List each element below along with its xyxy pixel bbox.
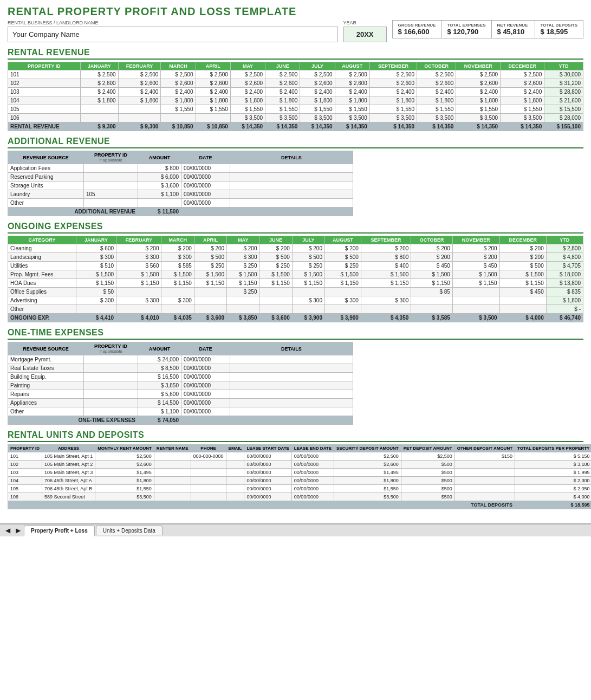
table-row: $ 1,150	[292, 279, 324, 288]
table-row: $ 2,600	[265, 79, 300, 88]
ru-col-email: EMAIL	[226, 445, 244, 452]
company-name-box[interactable]: Your Company Name	[8, 27, 338, 42]
table-row: $ 2,500	[230, 70, 265, 79]
table-row: 106	[8, 493, 42, 501]
table-row: 00/00/0000	[181, 173, 230, 182]
table-row: $ 2,400	[501, 88, 544, 96]
rental-units-table: PROPERTY ID ADDRESS MONTHLY RENT AMOUNT …	[8, 444, 591, 509]
table-row: $ 1,800	[118, 96, 161, 105]
nav-prev-arrow[interactable]: ◀	[3, 527, 12, 534]
ru-col-propid: PROPERTY ID	[8, 445, 42, 452]
table-row	[227, 296, 259, 305]
table-row: $ 200	[116, 244, 161, 253]
tab-0[interactable]: Property Profit + Loss	[24, 526, 95, 536]
table-row: Real Estate Taxes	[8, 364, 84, 373]
table-row: $ 1,800	[417, 96, 456, 105]
table-row: 00/00/0000	[244, 452, 291, 461]
table-row: 00/00/0000	[291, 461, 334, 469]
table-row	[194, 305, 226, 314]
table-row: 103	[8, 469, 42, 477]
table-row: $ 300	[361, 296, 411, 305]
table-row: $ 2,600	[118, 79, 161, 88]
table-row	[230, 164, 353, 173]
rr-col-feb: FEBRUARY	[118, 62, 161, 70]
table-row: $ 1,800	[501, 96, 544, 105]
table-row: $ 1,150	[259, 279, 292, 288]
table-row	[499, 296, 546, 305]
table-row: $ 1,100	[138, 407, 181, 416]
table-row: 00/00/0000	[181, 390, 230, 399]
table-row: $ 1,550	[300, 105, 335, 114]
table-row	[154, 461, 191, 469]
tab-1[interactable]: Units + Deposits Data	[96, 526, 163, 535]
table-row	[118, 114, 161, 122]
table-row	[230, 190, 353, 199]
table-row: $2,600	[334, 461, 401, 469]
rental-revenue-total: $ 14,350	[230, 122, 265, 131]
table-row: $ 2,600	[456, 79, 501, 88]
table-row: $ 3,500	[417, 114, 456, 122]
rr-col-nov: NOVEMBER	[456, 62, 501, 70]
rr-col-property: PROPERTY ID	[8, 62, 81, 70]
table-row: $ 4,000	[515, 493, 591, 501]
table-row: $500	[401, 485, 454, 493]
table-row: Reserved Parking	[8, 173, 84, 182]
table-row: $ 2,500	[118, 70, 161, 79]
table-row: 00/00/0000	[181, 399, 230, 407]
rental-units-title: RENTAL UNITS AND DEPOSITS	[8, 430, 583, 442]
table-row: $ 2,500	[501, 70, 544, 79]
table-row: $ 450	[452, 262, 499, 270]
table-row: 00/00/0000	[181, 164, 230, 173]
ongoing-expenses-total: $ 3,850	[227, 314, 259, 322]
rental-revenue-total: $ 14,350	[456, 122, 501, 131]
table-row	[191, 469, 226, 477]
table-row	[191, 493, 226, 501]
year-box[interactable]: 20XX	[343, 27, 387, 42]
table-row: $ 8,500	[138, 364, 181, 373]
rr-col-apr: APRIL	[196, 62, 230, 70]
ot-col-amount: AMOUNT	[138, 342, 181, 355]
table-row	[454, 477, 515, 485]
table-row: $ 2,600	[335, 79, 369, 88]
oe-col-oct: OCTOBER	[411, 236, 453, 244]
oe-col-apr: APRIL	[194, 236, 226, 244]
table-row: Storage Units	[8, 182, 84, 190]
table-row	[259, 305, 292, 314]
table-row: 706 45th Street, Apt B	[42, 485, 95, 493]
table-row	[161, 288, 194, 296]
table-row: 00/00/0000	[181, 373, 230, 381]
table-row: $ 3,500	[335, 114, 369, 122]
table-row: $ 1,500	[259, 270, 292, 279]
table-row: $ 500	[499, 262, 546, 270]
table-row: $ 18,000	[546, 270, 583, 279]
table-row: $ 400	[361, 262, 411, 270]
table-row: $ 200	[161, 244, 194, 253]
one-time-expenses-table: REVENUE SOURCE PROPERTY IDif applicable …	[8, 342, 353, 425]
table-row	[154, 469, 191, 477]
table-row: $ 1,800	[456, 96, 501, 105]
table-row: $1,550	[334, 485, 401, 493]
table-row	[154, 452, 191, 461]
table-row	[230, 390, 353, 399]
table-row: $ 300	[227, 253, 259, 262]
table-row: $ 300	[76, 296, 116, 305]
table-row: $ 2,500	[369, 70, 417, 79]
table-row: $ 1,150	[76, 279, 116, 288]
table-row	[191, 461, 226, 469]
table-row: $ 200	[194, 244, 226, 253]
net-revenue-value: $ 45,810	[497, 28, 529, 36]
table-row: $ 31,200	[544, 79, 583, 88]
additional-revenue-total-label: ADDITIONAL REVENUE	[8, 208, 138, 216]
table-row: $ 200	[452, 253, 499, 262]
table-row: $ 4,705	[546, 262, 583, 270]
table-row: $ 28,800	[544, 88, 583, 96]
table-row: 00/00/0000	[244, 469, 291, 477]
table-row: 105 Main Street, Apt 1	[42, 452, 95, 461]
table-row: $ 1,800	[230, 96, 265, 105]
table-row: $ 2,500	[335, 70, 369, 79]
table-row: 00/00/0000	[244, 461, 291, 469]
ot-col-propid: PROPERTY IDif applicable	[84, 342, 138, 355]
nav-next-arrow[interactable]: ▶	[14, 527, 23, 534]
table-row: $ 5,150	[515, 452, 591, 461]
table-row: 00/00/0000	[181, 190, 230, 199]
